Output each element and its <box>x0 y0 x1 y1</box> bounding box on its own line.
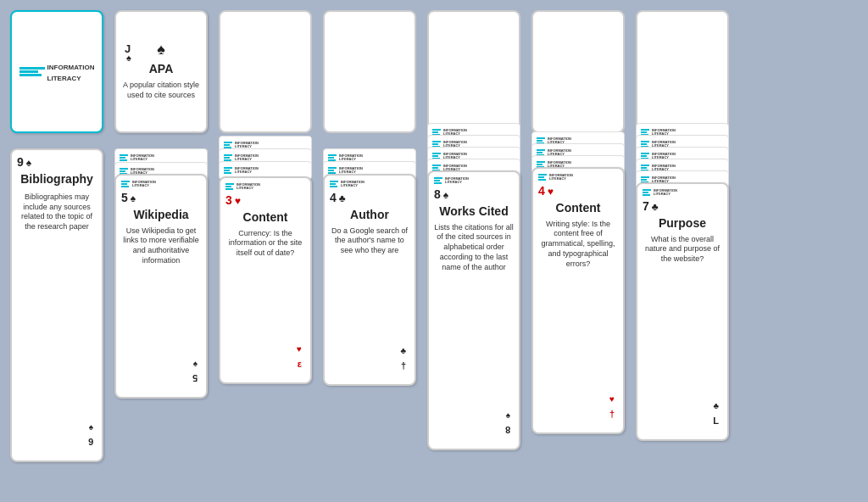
bib-suit: ♠ <box>26 157 31 169</box>
wiki-number: 5 <box>121 191 128 204</box>
author-suit-bottom: ♣ <box>400 346 406 355</box>
apa-suit-center: ♠ <box>121 41 201 59</box>
game-area: INFORMATION LITERACY J ♠ ♠ APA A popular… <box>0 0 868 502</box>
works-body: Lists the citations for all of the cited… <box>434 223 514 272</box>
author-number-bottom: † <box>401 360 406 371</box>
apa-body: A popular citation style used to cite so… <box>121 81 201 100</box>
apa-card[interactable]: J ♠ ♠ APA A popular citation style used … <box>114 10 208 133</box>
works-cited-card[interactable]: INFORMATIONLITERACY 8 ♠ Works Cited List… <box>427 170 520 450</box>
facedown-slot-4[interactable] <box>323 10 416 133</box>
works-suit-bottom: ♠ <box>506 410 510 420</box>
content2-number-bottom: † <box>609 409 615 419</box>
author-card[interactable]: INFORMATIONLITERACY 4 ♣ Author Do a Goog… <box>323 174 416 386</box>
works-number-bottom: 8 <box>505 425 510 435</box>
facedown-slot-3[interactable] <box>219 10 312 133</box>
wikipedia-card[interactable]: INFORMATIONLITERACY 5 ♠ Wikipedia Use Wi… <box>114 174 208 399</box>
author-suit: ♣ <box>339 192 346 204</box>
works-number: 8 <box>434 187 441 201</box>
wiki-suit: ♠ <box>131 192 136 204</box>
purpose-number-bottom: L <box>713 416 719 426</box>
logo-bars <box>19 67 45 76</box>
purpose-suit: ♣ <box>652 201 659 213</box>
purpose-title: Purpose <box>643 216 722 230</box>
content1-number-bottom: ε <box>298 359 302 369</box>
bib-body: Bibliographies may include any sources r… <box>17 192 97 232</box>
logo-bar-3 <box>19 74 42 76</box>
logo-bar-2 <box>19 70 38 73</box>
apa-suit-bottom: ♠ <box>191 128 196 133</box>
content1-suit-bottom: ♥ <box>297 344 302 354</box>
content2-title: Content <box>538 201 618 215</box>
apa-title: APA <box>121 62 201 75</box>
works-suit: ♠ <box>443 189 448 201</box>
works-title: Works Cited <box>434 204 514 218</box>
content1-body: Currency: Is the information or the site… <box>225 229 305 259</box>
facedown-slot-6[interactable] <box>531 10 625 133</box>
purpose-suit-bottom: ♣ <box>713 401 719 410</box>
bib-number: 9 <box>17 155 24 169</box>
content1-number: 3 <box>225 193 232 207</box>
card-logo: INFORMATION LITERACY <box>19 61 95 83</box>
bib-suit-bottom: ♠ <box>89 422 93 432</box>
wiki-body: Use Wikipedia to get links to more verif… <box>121 226 201 266</box>
wiki-number-bottom: 5 <box>192 373 198 383</box>
bib-title: Bibliography <box>17 172 97 186</box>
content1-suit: ♥ <box>235 195 241 207</box>
wiki-title: Wikipedia <box>121 208 201 221</box>
content1-card[interactable]: INFORMATIONLITERACY 3 ♥ Content Currency… <box>219 176 312 384</box>
content2-body: Writing style: Is the content free of gr… <box>538 220 618 269</box>
facedown-slot-7[interactable] <box>636 10 729 133</box>
bibliography-card[interactable]: 9 ♠ Bibliography Bibliographies may incl… <box>10 148 103 462</box>
purpose-number: 7 <box>643 199 649 213</box>
author-body: Do a Google search of the author's name … <box>330 226 409 256</box>
apa-suit-top: ♠ <box>126 53 131 63</box>
purpose-card[interactable]: INFORMATIONLITERACY 7 ♣ Purpose What is … <box>636 182 729 441</box>
content2-card[interactable]: INFORMATIONLITERACY 4 ♥ Content Writing … <box>531 167 625 434</box>
bib-number-bottom: 6 <box>88 437 93 447</box>
content2-suit: ♥ <box>548 186 554 198</box>
logo-text-line2: LITERACY <box>47 75 95 83</box>
wiki-suit-bottom: ♠ <box>193 359 198 368</box>
logo-bar-1 <box>19 67 45 70</box>
logo-card[interactable]: INFORMATION LITERACY <box>10 10 103 133</box>
content1-title: Content <box>225 210 305 224</box>
logo-text-line1: INFORMATION <box>47 64 95 72</box>
content2-number: 4 <box>538 184 545 198</box>
purpose-body: What is the overall nature and purpose o… <box>643 235 722 265</box>
facedown-slot-5[interactable] <box>427 10 520 133</box>
author-title: Author <box>330 208 409 221</box>
author-number: 4 <box>330 191 337 204</box>
content2-suit-bottom: ♥ <box>609 394 615 404</box>
